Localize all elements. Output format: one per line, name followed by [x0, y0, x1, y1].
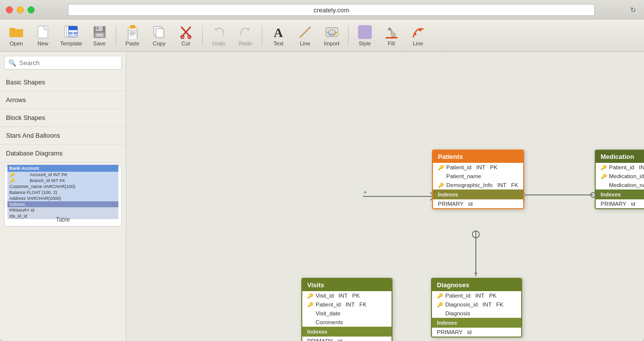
patients-index-header: Indexes	[433, 189, 523, 199]
patients-table-body: 🔑 Patient_id INT PK 🔑 Patient_name 🔑 Dem…	[433, 163, 523, 189]
svg-rect-24	[130, 35, 134, 36]
import-label: Import	[324, 40, 339, 46]
copy-button[interactable]: Copy	[147, 21, 172, 50]
table-row: 🔑 Diagnosis	[432, 309, 521, 318]
visits-table-body: 🔑 Visit_id INT PK 🔑 Patient_id INT FK 🔑 …	[302, 291, 392, 327]
minimize-button[interactable]	[17, 6, 24, 13]
svg-point-43	[419, 29, 421, 31]
style-button[interactable]: Style	[353, 21, 377, 50]
sidebar-item-stars-balloons[interactable]: Stars And Balloons	[0, 127, 126, 145]
import-button[interactable]: IMG Import	[320, 21, 344, 50]
sidebar-item-basic-shapes[interactable]: Basic Shapes	[0, 74, 126, 91]
sidebar-item-block-shapes[interactable]: Block Shapes	[0, 109, 126, 127]
patients-index-row: PRIMARY id	[433, 199, 523, 208]
line2-button[interactable]: Line	[406, 21, 430, 50]
address-bar[interactable]: creately.com	[68, 4, 595, 16]
svg-rect-15	[97, 27, 99, 30]
row-text: Patient_id INT PK	[445, 293, 497, 299]
table-row: 🔑 Demographic_Info INT FK	[433, 181, 523, 189]
key-icon: 🔑	[437, 302, 443, 307]
svg-rect-8	[69, 26, 77, 30]
line2-icon	[411, 25, 425, 39]
maximize-button[interactable]	[28, 6, 35, 13]
text-button[interactable]: A Text	[266, 21, 291, 50]
table-row: 🔑 Patient_id INT PK	[596, 163, 644, 172]
canvas[interactable]: + +	[126, 52, 644, 341]
row-text: Patient_id INT PK	[609, 164, 644, 170]
template-label: Template	[60, 40, 82, 46]
svg-rect-17	[96, 34, 103, 37]
fill-label: Fill	[388, 40, 395, 46]
diagnoses-index-row: PRIMARY id	[432, 328, 521, 337]
cut-button[interactable]: Cut	[174, 21, 198, 50]
visits-table[interactable]: Visits 🔑 Visit_id INT PK 🔑 Patient_id IN…	[301, 278, 393, 341]
template-button[interactable]: Template	[57, 21, 85, 50]
separator-4	[348, 26, 349, 45]
app-window: creately.com ↻ Open New	[0, 0, 644, 341]
close-button[interactable]	[6, 6, 13, 13]
title-bar: creately.com ↻	[0, 0, 644, 20]
svg-rect-12	[73, 35, 77, 36]
paste-icon	[126, 25, 140, 39]
sidebar-item-arrows[interactable]: Arrows	[0, 91, 126, 109]
table-row: 🔑 Patient_id INT PK	[433, 163, 523, 172]
open-button[interactable]: Open	[4, 21, 29, 50]
fill-icon	[385, 25, 398, 39]
table-row: 🔑 Patient_id INT PK	[432, 291, 521, 300]
url-text: creately.com	[314, 6, 350, 14]
row-text: Visit_date	[316, 310, 340, 316]
diagnoses-table-body: 🔑 Patient_id INT PK 🔑 Diagnosis_id INT F…	[432, 291, 521, 318]
svg-rect-20	[130, 27, 136, 29]
visits-index-header: Indexes	[302, 327, 392, 337]
search-box[interactable]: 🔍	[4, 56, 122, 70]
scissors-icon	[179, 25, 193, 39]
patients-table[interactable]: Patients 🔑 Patient_id INT PK 🔑 Patient_n…	[432, 150, 524, 209]
line-button[interactable]: Line	[293, 21, 318, 50]
preview-image: Bank Account 🔑Account_Id INT PK 🔑Branch_…	[7, 170, 118, 214]
medication-table-body: 🔑 Patient_id INT PK 🔑 Medication_id INT …	[596, 163, 644, 189]
key-icon: 🔑	[601, 174, 607, 179]
row-text: Patient_id INT FK	[316, 302, 366, 307]
svg-text:+: +	[474, 269, 478, 277]
svg-rect-10	[73, 33, 77, 34]
row-text: Diagnosis_id INT FK	[445, 302, 503, 307]
diagnoses-table[interactable]: Diagnoses 🔑 Patient_id INT PK 🔑 Diagnosi…	[431, 278, 522, 338]
medication-index-header: Indexes	[596, 189, 644, 199]
undo-button[interactable]: Undo	[207, 21, 231, 50]
paste-label: Paste	[126, 40, 140, 46]
line-label: Line	[300, 40, 310, 46]
style-icon	[358, 25, 372, 39]
medication-table[interactable]: Medication 🔑 Patient_id INT PK 🔑 Medicat…	[595, 150, 644, 209]
paste-button[interactable]: Paste	[120, 21, 145, 50]
main-content: 🔍 Basic Shapes Arrows Block Shapes Stars…	[0, 52, 644, 341]
diagnoses-table-header: Diagnoses	[432, 279, 521, 291]
svg-text:+: +	[363, 189, 367, 196]
search-input[interactable]	[19, 59, 117, 67]
style-label: Style	[358, 40, 370, 46]
redo-button[interactable]: Redo	[233, 21, 258, 50]
svg-rect-23	[130, 33, 136, 34]
line2-label: Line	[413, 40, 423, 46]
svg-rect-22	[130, 32, 136, 33]
sidebar-item-database-diagrams[interactable]: Database Diagrams	[0, 145, 126, 162]
svg-rect-3	[38, 26, 48, 38]
separator-3	[262, 26, 262, 45]
svg-point-51	[472, 231, 479, 238]
svg-line-36	[300, 27, 310, 37]
shape-preview: Bank Account 🔑Account_Id INT PK 🔑Branch_…	[4, 166, 122, 227]
key-icon: 🔑	[601, 165, 607, 170]
visits-index-row: PRIMARY id	[302, 337, 392, 341]
table-row: 🔑 Diagnosis_id INT FK	[432, 300, 521, 309]
row-text: Diagnosis	[445, 310, 470, 316]
reload-button[interactable]: ↻	[628, 5, 638, 15]
toolbar: Open New Templa	[0, 20, 644, 52]
table-row: 🔑 Medication_id INT FK	[596, 172, 644, 181]
row-text: Visit_id INT PK	[316, 293, 360, 299]
cut-label: Cut	[181, 40, 190, 46]
new-icon	[36, 25, 50, 39]
new-button[interactable]: New	[31, 21, 55, 50]
row-text: Medication_name	[609, 182, 644, 188]
table-row: 🔑 Medication_name	[596, 181, 644, 189]
save-button[interactable]: Save	[87, 21, 112, 50]
fill-button[interactable]: Fill	[379, 21, 404, 50]
